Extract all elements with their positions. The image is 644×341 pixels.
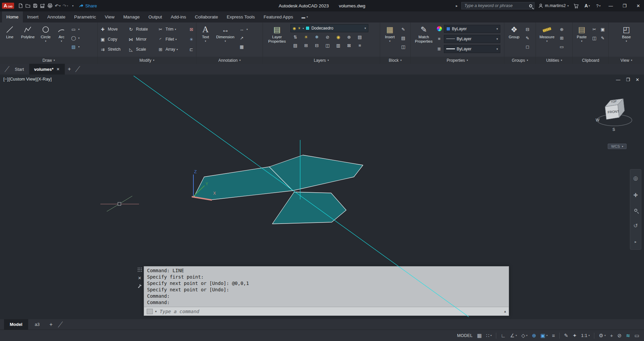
- move-button[interactable]: ✚Move: [99, 26, 127, 33]
- search-expand-icon[interactable]: ▸: [456, 4, 458, 8]
- account-button[interactable]: m.martins2 ▾: [538, 3, 569, 8]
- ribbon-tab-parametric[interactable]: Parametric: [70, 11, 100, 22]
- layer-off-icon[interactable]: ⊘: [323, 33, 332, 41]
- scale-button[interactable]: ◺Scale: [127, 46, 157, 53]
- panel-label-view[interactable]: View ▾: [609, 57, 644, 64]
- layer-copy-icon[interactable]: ▥: [333, 42, 343, 49]
- fillet-button[interactable]: ◜Fillet▾: [157, 36, 188, 43]
- drawing-area[interactable]: Z Y X [−] [Custom View] [X-Ray] — ❐ ✕: [0, 75, 644, 319]
- osnap-caret-icon[interactable]: ▾: [546, 334, 548, 337]
- object-snap-tracking-toggle[interactable]: ⊕: [532, 333, 536, 339]
- layer-merge-icon[interactable]: ⊞: [301, 42, 311, 49]
- search-icon[interactable]: [529, 4, 532, 7]
- ribbon-tab-view[interactable]: View: [100, 11, 119, 22]
- annotation-visibility-toggle[interactable]: ✦: [572, 333, 577, 339]
- clean-screen-button[interactable]: ▭: [635, 333, 639, 339]
- group-button[interactable]: ❖ Group: [506, 23, 522, 57]
- layer-lock-fade-icon[interactable]: ⊠: [344, 42, 354, 49]
- explode-button[interactable]: ✳: [188, 36, 196, 43]
- annotation-scale-button[interactable]: 1:1▾: [581, 333, 590, 338]
- file-tab-close-icon[interactable]: ✕: [56, 67, 59, 71]
- id-point-button[interactable]: ⊕: [557, 25, 566, 34]
- file-tab-start[interactable]: Start: [10, 64, 29, 75]
- minimize-button[interactable]: —: [606, 0, 616, 11]
- block-editor-button[interactable]: ◫: [399, 42, 408, 51]
- autocad-logo[interactable]: A CAD: [0, 3, 17, 9]
- qat-menu-button[interactable]: ▾: [69, 1, 77, 10]
- isolate-objects-button[interactable]: ⊘: [617, 333, 622, 339]
- panel-label-draw[interactable]: Draw ▾: [0, 57, 97, 64]
- drawing-minimize-icon[interactable]: —: [616, 77, 620, 82]
- measure-button[interactable]: Measure ▾: [537, 23, 557, 57]
- polar-caret-icon[interactable]: ▾: [516, 334, 517, 337]
- viewcube-west-label[interactable]: W: [596, 118, 600, 123]
- layer-isolate-icon[interactable]: ◉: [333, 33, 343, 41]
- workspace-switching-button[interactable]: ⚙▾: [599, 333, 605, 339]
- save-as-button[interactable]: [39, 1, 46, 10]
- viewcube[interactable]: FRONT TOP W S: [595, 89, 639, 143]
- search-input[interactable]: [464, 3, 527, 8]
- line-button[interactable]: Line: [1, 23, 18, 57]
- save-button[interactable]: [32, 1, 39, 10]
- paste-button[interactable]: ▤ Paste ▾: [574, 23, 589, 57]
- point-style-button[interactable]: ▭: [557, 42, 566, 51]
- zoom-icon[interactable]: [634, 209, 637, 212]
- layout-tab-a3[interactable]: a3: [29, 319, 45, 330]
- cut-button[interactable]: ✂ ▣: [590, 25, 607, 34]
- layer-settings-icon[interactable]: ≡: [355, 42, 365, 49]
- redo-button[interactable]: ↷ ▾: [61, 1, 69, 10]
- pan-icon[interactable]: ✚: [633, 192, 638, 198]
- viewport-visual-style-control[interactable]: [X-Ray]: [37, 77, 51, 82]
- ellipse-button[interactable]: ◯ ▾: [69, 34, 80, 42]
- panel-label-groups[interactable]: Groups ▾: [504, 57, 536, 64]
- drawing-close-icon[interactable]: ✕: [636, 77, 639, 82]
- panel-label-annotation[interactable]: Annotation ▾: [196, 57, 263, 64]
- layer-match-icon[interactable]: ▤: [355, 33, 365, 41]
- object-snap-toggle[interactable]: ▣▾: [541, 333, 548, 339]
- mirror-button[interactable]: ⋈Mirror: [127, 36, 157, 43]
- layer-properties-button[interactable]: ▤ Layer Properties: [264, 23, 290, 57]
- object-color-dropdown[interactable]: ByLayer ▾: [444, 25, 500, 33]
- base-button[interactable]: ◰ Base ▾: [618, 23, 635, 57]
- plot-button[interactable]: [46, 1, 54, 10]
- leader-button[interactable]: ↗: [237, 34, 248, 42]
- viewcube-south-label[interactable]: S: [612, 127, 615, 132]
- circle-button[interactable]: Circle ▾: [38, 23, 54, 57]
- command-history[interactable]: Command: LINE Specify first point: Speci…: [144, 266, 509, 307]
- autodesk-apps-button[interactable]: A ▾: [584, 1, 591, 10]
- viewport-view-control[interactable]: [Custom View]: [9, 77, 37, 82]
- paste-special-button[interactable]: ◫ ✎: [590, 34, 607, 42]
- isodraft-caret-icon[interactable]: ▾: [526, 334, 527, 337]
- layer-unisolate-icon[interactable]: ⊕: [344, 33, 354, 41]
- layer-thaw-all-icon[interactable]: ☀: [301, 33, 311, 41]
- trim-button[interactable]: ✂Trim▾: [157, 26, 188, 33]
- panel-label-block[interactable]: Block ▾: [380, 57, 410, 64]
- share-button[interactable]: Share: [79, 3, 97, 8]
- layout-tab-model[interactable]: Model: [4, 319, 28, 330]
- app-store-button[interactable]: [572, 1, 580, 10]
- new-drawing-button[interactable]: +: [65, 64, 74, 74]
- command-drag-grip[interactable]: [137, 267, 142, 273]
- viewport-minimize-control[interactable]: [−]: [3, 77, 8, 82]
- dimension-style-button[interactable]: ↔ ▾: [237, 25, 248, 34]
- command-recent-button[interactable]: [147, 309, 153, 314]
- drawing-restore-icon[interactable]: ❐: [626, 77, 630, 82]
- edit-attributes-button[interactable]: ✎: [399, 25, 408, 34]
- erase-button[interactable]: ⊠: [188, 26, 196, 33]
- wcs-menu[interactable]: WCS ▾: [608, 144, 627, 149]
- graphics-performance-button[interactable]: ≋: [626, 333, 630, 339]
- array-button[interactable]: ⊞Array▾: [157, 46, 188, 53]
- polar-tracking-toggle[interactable]: ∠▾: [510, 333, 517, 339]
- panel-label-properties[interactable]: Properties ▾: [411, 57, 504, 64]
- panel-label-layers[interactable]: Layers ▾: [263, 57, 380, 64]
- snap-toggle[interactable]: ∷▾: [486, 333, 492, 339]
- define-attributes-button[interactable]: ▤: [399, 34, 408, 42]
- dimension-button[interactable]: ↔ Dimension ▾: [214, 23, 237, 57]
- ribbon-tab-home[interactable]: Home: [2, 11, 23, 22]
- redo-caret-icon[interactable]: ▾: [67, 4, 68, 7]
- ribbon-tab-insert[interactable]: Insert: [23, 11, 43, 22]
- ribbon-display-toggle[interactable]: ▬ ▾: [302, 11, 308, 22]
- polyline-button[interactable]: Polyline: [19, 23, 37, 57]
- panel-label-modify[interactable]: Modify ▾: [98, 57, 196, 64]
- layer-dropdown[interactable]: ◉ ☀ ▪ Dodecaedro ▾: [290, 24, 368, 32]
